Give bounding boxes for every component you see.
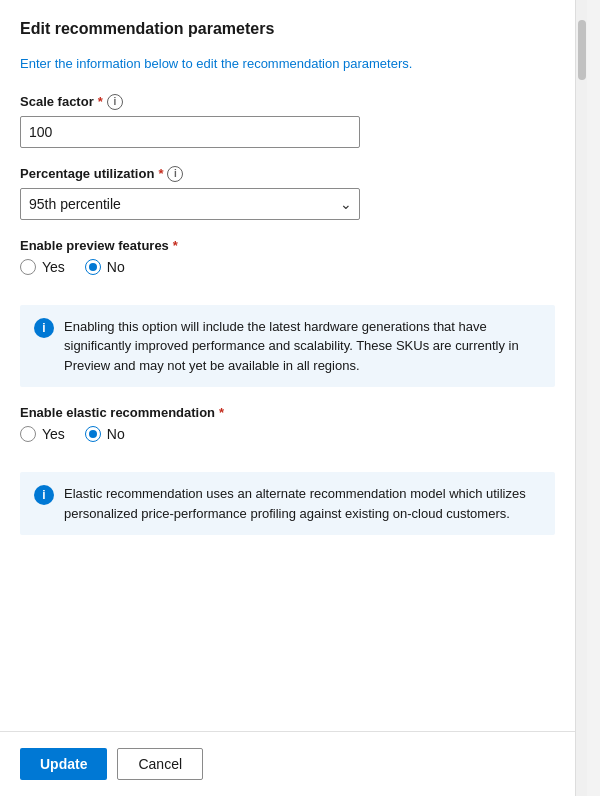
scrollbar-thumb[interactable] bbox=[578, 20, 586, 80]
enable-elastic-info-box: i Elastic recommendation uses an alterna… bbox=[20, 472, 555, 535]
panel-title: Edit recommendation parameters bbox=[20, 20, 555, 38]
update-button[interactable]: Update bbox=[20, 748, 107, 780]
enable-elastic-radio-group: Yes No bbox=[20, 426, 555, 442]
cancel-button[interactable]: Cancel bbox=[117, 748, 203, 780]
footer: Update Cancel bbox=[0, 731, 575, 796]
edit-panel: Edit recommendation parameters Enter the… bbox=[0, 0, 575, 796]
scale-factor-group: Scale factor * i bbox=[20, 94, 555, 148]
enable-elastic-no-radio[interactable] bbox=[85, 426, 101, 442]
intro-text: Enter the information below to edit the … bbox=[20, 54, 555, 74]
enable-preview-radio-group: Yes No bbox=[20, 259, 555, 275]
scale-factor-required: * bbox=[98, 94, 103, 109]
enable-preview-info-text: Enabling this option will include the la… bbox=[64, 317, 541, 376]
enable-preview-info-box: i Enabling this option will include the … bbox=[20, 305, 555, 388]
enable-preview-label: Enable preview features * bbox=[20, 238, 555, 253]
percentage-utilization-select-wrapper: 95th percentile 50th percentile 75th per… bbox=[20, 188, 360, 220]
enable-elastic-info-text: Elastic recommendation uses an alternate… bbox=[64, 484, 541, 523]
enable-preview-yes-option[interactable]: Yes bbox=[20, 259, 65, 275]
scrollbar[interactable] bbox=[575, 0, 587, 796]
enable-preview-no-radio[interactable] bbox=[85, 259, 101, 275]
percentage-utilization-required: * bbox=[158, 166, 163, 181]
percentage-utilization-group: Percentage utilization * i 95th percenti… bbox=[20, 166, 555, 220]
enable-elastic-label: Enable elastic recommendation * bbox=[20, 405, 555, 420]
enable-preview-yes-radio[interactable] bbox=[20, 259, 36, 275]
percentage-utilization-select[interactable]: 95th percentile 50th percentile 75th per… bbox=[20, 188, 360, 220]
enable-preview-group: Enable preview features * Yes No bbox=[20, 238, 555, 275]
enable-preview-required: * bbox=[173, 238, 178, 253]
enable-elastic-no-option[interactable]: No bbox=[85, 426, 125, 442]
enable-elastic-group: Enable elastic recommendation * Yes No bbox=[20, 405, 555, 442]
enable-elastic-info-icon: i bbox=[34, 485, 54, 505]
percentage-utilization-info-icon[interactable]: i bbox=[167, 166, 183, 182]
scale-factor-label: Scale factor * i bbox=[20, 94, 555, 110]
enable-elastic-yes-option[interactable]: Yes bbox=[20, 426, 65, 442]
enable-elastic-required: * bbox=[219, 405, 224, 420]
enable-elastic-yes-radio[interactable] bbox=[20, 426, 36, 442]
percentage-utilization-label: Percentage utilization * i bbox=[20, 166, 555, 182]
scale-factor-input[interactable] bbox=[20, 116, 360, 148]
enable-preview-no-option[interactable]: No bbox=[85, 259, 125, 275]
enable-preview-info-icon: i bbox=[34, 318, 54, 338]
scale-factor-info-icon[interactable]: i bbox=[107, 94, 123, 110]
